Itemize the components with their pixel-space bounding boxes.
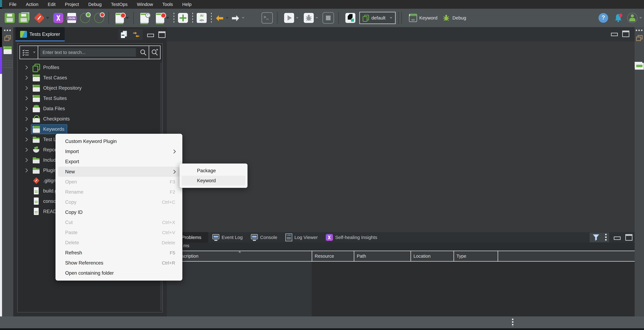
chevron-right-icon[interactable] (24, 138, 28, 142)
context-menu-item-export[interactable]: Export (56, 156, 182, 167)
filter-icon[interactable] (592, 234, 600, 241)
link-with-editor-icon[interactable] (132, 30, 140, 39)
tab-self-healing-insights[interactable]: Self-healing Insights (322, 232, 381, 243)
chevron-right-icon[interactable] (24, 66, 28, 69)
tab-console[interactable]: Console (247, 232, 281, 243)
menu-edit[interactable]: Edit (43, 0, 60, 9)
record-windows-icon[interactable] (156, 13, 164, 23)
tree-item-test-suites[interactable]: Test Suites (18, 93, 162, 104)
tree-item-profiles[interactable]: Profiles (18, 62, 162, 73)
save-icon[interactable] (5, 13, 15, 23)
tree-item-keywords[interactable]: Keywords (18, 124, 162, 134)
context-menu-item-copy-id[interactable]: Copy ID (56, 207, 182, 217)
save-all-icon[interactable] (19, 13, 29, 23)
search-filter-menu[interactable] (20, 46, 38, 59)
drag-handle-icon[interactable] (4, 30, 11, 31)
chevron-right-icon[interactable] (24, 158, 28, 162)
chevron-right-icon[interactable] (24, 76, 28, 80)
menu-help[interactable]: Help (178, 0, 196, 9)
column-header-resource[interactable]: Resource (312, 251, 354, 261)
submenu-item-package[interactable]: Package (180, 166, 248, 176)
maximize-bottom-panel-icon[interactable] (625, 234, 632, 241)
menu-tools[interactable]: Tools (158, 0, 178, 9)
git-icon[interactable] (34, 13, 44, 23)
tree-item-data-files[interactable]: Data Files (18, 104, 162, 114)
minimized-view-icon[interactable] (635, 63, 644, 70)
spy-web-icon[interactable] (80, 13, 90, 23)
column-header-path[interactable]: Path (354, 251, 410, 261)
menu-debug[interactable]: Debug (84, 0, 106, 9)
tab-log-viewer[interactable]: Log Viewer (281, 232, 322, 243)
keywords-shortcut-icon[interactable] (3, 46, 12, 54)
run-icon[interactable] (284, 13, 294, 23)
user-avatar[interactable] (627, 13, 638, 23)
help-icon[interactable] (598, 13, 608, 23)
search-input[interactable]: Enter text to search... (40, 48, 136, 56)
minimize-panel-icon[interactable] (147, 34, 154, 37)
new-item-icon[interactable] (178, 13, 188, 23)
minimize-bottom-panel-icon[interactable] (614, 236, 620, 240)
user-menu-caret-icon[interactable] (639, 17, 642, 19)
notifications-bell-icon[interactable] (614, 13, 623, 23)
tree-item-checkpoints[interactable]: Checkpoints (18, 114, 162, 124)
self-healing-icon[interactable] (53, 13, 63, 23)
column-header-type[interactable]: Type (454, 251, 498, 261)
record-windows-caret-icon[interactable] (166, 17, 169, 19)
chevron-right-icon[interactable] (24, 96, 28, 100)
chevron-right-icon[interactable] (24, 127, 28, 131)
column-header-empty[interactable] (498, 251, 635, 261)
perspective-debug-button[interactable]: Debug (442, 14, 466, 22)
debug-run-icon[interactable] (304, 13, 314, 23)
collapse-all-icon[interactable] (121, 31, 128, 38)
profile-selector[interactable]: default (360, 12, 396, 24)
record-mobile-caret-icon[interactable] (126, 17, 129, 19)
restore-panel-icon[interactable] (636, 35, 642, 41)
menu-project[interactable]: Project (60, 0, 84, 9)
context-menu-item-custom-keyword-plugin[interactable]: Custom Keyword Plugin (56, 136, 182, 146)
maximize-panel-icon[interactable] (158, 31, 166, 38)
perspective-keyword-button[interactable]: Keyword (409, 14, 438, 22)
menu-testops[interactable]: TestOps (106, 0, 132, 9)
menu-file[interactable]: File (4, 0, 21, 9)
submenu-item-keyword[interactable]: Keyword (182, 176, 245, 186)
debug-run-caret-icon[interactable] (316, 17, 318, 19)
record-mobile-icon[interactable] (116, 13, 124, 23)
maximize-editor-icon[interactable] (622, 30, 629, 37)
tab-event-log[interactable]: Event Log (208, 232, 247, 243)
column-header-description[interactable]: Description (167, 251, 312, 261)
tab-tests-explorer[interactable]: Tests Explorer (16, 27, 65, 42)
navigate-back-icon[interactable] (215, 14, 224, 23)
testops-icon[interactable] (346, 13, 355, 23)
drag-handle-icon[interactable] (636, 30, 643, 31)
advanced-search-button[interactable] (149, 46, 160, 59)
search-button[interactable] (138, 46, 149, 59)
restore-panel-icon[interactable] (4, 35, 11, 41)
navigate-back-caret-icon[interactable] (226, 17, 228, 19)
context-menu-item-new[interactable]: New (58, 167, 180, 177)
record-web-icon[interactable] (94, 13, 104, 23)
spy-windows-icon[interactable] (140, 13, 149, 23)
chevron-right-icon[interactable] (24, 117, 28, 121)
context-menu-item-refresh[interactable]: RefreshF5 (56, 248, 182, 258)
minimize-editor-icon[interactable] (611, 33, 618, 36)
ai-assistant-icon[interactable] (197, 13, 207, 23)
tree-item-test-cases[interactable]: Test Cases (18, 73, 162, 83)
menu-window[interactable]: Window (132, 0, 158, 9)
view-menu-kebab-icon[interactable] (605, 234, 606, 241)
context-menu-item-show-references[interactable]: Show ReferencesCtrl+R (56, 258, 182, 268)
git-dropdown-caret-icon[interactable] (46, 17, 49, 19)
chevron-right-icon[interactable] (24, 106, 28, 110)
chevron-right-icon[interactable] (24, 86, 28, 90)
column-header-location[interactable]: Location (410, 251, 454, 261)
status-kebab-icon[interactable] (512, 318, 514, 327)
terminal-icon[interactable] (262, 12, 273, 24)
json-file-icon[interactable] (67, 13, 76, 23)
run-caret-icon[interactable] (296, 17, 298, 19)
chevron-right-icon[interactable] (24, 148, 28, 152)
chevron-right-icon[interactable] (24, 168, 28, 172)
navigate-forward-icon[interactable] (231, 14, 240, 23)
context-menu-item-import[interactable]: Import (56, 146, 182, 156)
menu-action[interactable]: Action (21, 0, 43, 9)
tree-item-object-repository[interactable]: Object Repository (18, 83, 162, 93)
context-menu-item-open-containing-folder[interactable]: Open containing folder (56, 268, 182, 278)
